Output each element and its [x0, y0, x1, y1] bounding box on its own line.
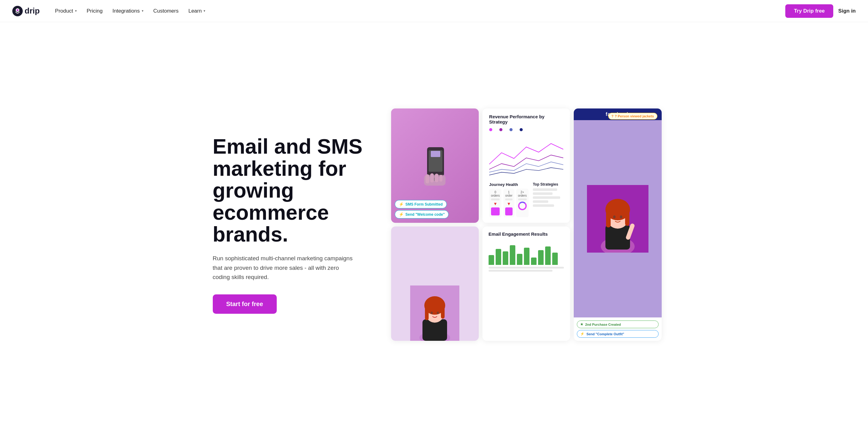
journey-health: Journey Health 0 orders ▼ 1 order ▼	[489, 182, 529, 217]
sms-tag-1: ⚡ SMS Form Submitted	[395, 200, 447, 208]
bolt-icon: ⚡	[399, 212, 404, 217]
svg-rect-10	[435, 174, 438, 182]
hero-dashboard: ⚡ SMS Form Submitted ⚡ Send "Welcome cod…	[391, 108, 662, 341]
svg-rect-27	[425, 305, 429, 320]
legend-item-4	[520, 128, 524, 131]
bolt-icon: ⚡	[399, 202, 404, 206]
facebook-person-image	[574, 120, 661, 318]
nav-pricing[interactable]: Pricing	[83, 5, 107, 17]
eng-bar-3	[503, 251, 508, 265]
fb-tag-purchase: ★ 2nd Purchase Created	[577, 321, 658, 328]
svg-rect-8	[426, 174, 429, 184]
nav-right: Try Drip free Sign in	[785, 4, 856, 18]
svg-rect-9	[430, 173, 434, 183]
facebook-tags: ★ 2nd Purchase Created ⚡ Send "Complete …	[574, 318, 661, 341]
svg-rect-17	[606, 209, 611, 227]
logo-icon	[12, 6, 23, 16]
logo[interactable]: drip	[12, 6, 40, 16]
nav-learn[interactable]: Learn ▾	[184, 5, 210, 17]
fb-tag-outfit: ⚡ Send "Complete Outfit"	[577, 330, 658, 338]
try-drip-button[interactable]: Try Drip free	[785, 4, 833, 18]
bolt-icon: ⚡	[580, 332, 585, 336]
hero-headline: Email and SMS marketing for growing ecom…	[213, 135, 373, 245]
bottom-row: Journey Health 0 orders ▼ 1 order ▼	[489, 182, 563, 217]
nav-customers[interactable]: Customers	[149, 5, 183, 17]
legend-item-1	[489, 128, 494, 131]
eng-bar-9	[545, 247, 551, 265]
journey-col-2orders: 2+ orders	[516, 189, 529, 217]
eng-bar-10	[552, 253, 558, 265]
svg-rect-18	[625, 209, 629, 226]
engagement-xaxis	[489, 267, 564, 272]
nav-integrations[interactable]: Integrations ▾	[108, 5, 148, 17]
chart-legend	[489, 128, 563, 131]
engagement-title: Email Engagement Results	[489, 231, 564, 237]
email-engagement-card: Email Engagement Results	[483, 226, 570, 341]
journey-label-1: 1 order	[505, 191, 512, 197]
strategy-line-4	[533, 200, 548, 203]
facebook-card: ? ? Person viewed jackets facebook	[574, 108, 661, 341]
eng-bar-7	[531, 258, 536, 265]
svg-point-19	[613, 216, 616, 219]
person-card-bl	[391, 226, 479, 341]
nav-links: Product ▾ Pricing Integrations ▾ Custome…	[51, 5, 785, 17]
eng-bar-5	[517, 254, 522, 265]
journey-columns: 0 orders ▼ 1 order ▼ 2+ orders	[489, 189, 529, 217]
eng-bar-6	[524, 248, 529, 265]
strategy-line-5	[533, 204, 554, 207]
chevron-down-icon: ▾	[75, 9, 77, 13]
journey-label-2: 2+ orders	[518, 191, 527, 197]
start-free-button[interactable]: Start for free	[213, 294, 277, 314]
star-icon: ★	[580, 322, 583, 326]
donut-chart	[518, 202, 527, 210]
logo-text: drip	[25, 6, 40, 16]
svg-rect-28	[441, 305, 444, 319]
eng-bar-8	[538, 250, 544, 265]
journey-col-1order: 1 order ▼	[503, 189, 514, 217]
strategy-line-1	[533, 188, 557, 191]
svg-point-29	[431, 312, 433, 314]
legend-item-3	[509, 128, 514, 131]
eng-bar-2	[496, 249, 501, 265]
sign-in-button[interactable]: Sign in	[838, 8, 856, 14]
svg-point-2	[17, 9, 19, 11]
revenue-card: Revenue Performance by Strategy Journey …	[483, 108, 570, 223]
top-strategies: Top Strategies	[533, 182, 563, 217]
sms-overlay: ⚡ SMS Form Submitted ⚡ Send "Welcome cod…	[391, 200, 479, 219]
sms-tag-2: ⚡ Send "Welcome code"	[395, 210, 449, 219]
svg-point-30	[437, 312, 439, 314]
phone-card: ⚡ SMS Form Submitted ⚡ Send "Welcome cod…	[391, 108, 479, 223]
journey-bar-0	[491, 207, 500, 216]
strategy-line-2	[533, 192, 553, 195]
eng-bar-4	[510, 245, 515, 265]
revenue-title: Revenue Performance by Strategy	[489, 114, 563, 125]
journey-label-0: 0 orders	[491, 191, 500, 197]
navbar: drip Product ▾ Pricing Integrations ▾ Cu…	[0, 0, 868, 22]
hero-subtext: Run sophisticated multi-channel marketin…	[213, 254, 354, 282]
eng-bar-1	[489, 255, 494, 265]
journey-bar-1	[505, 207, 512, 216]
strategy-line-3	[533, 196, 560, 199]
hero-section: Email and SMS marketing for growing ecom…	[188, 22, 680, 421]
journey-col-0orders: 0 orders ▼	[489, 189, 501, 217]
person-viewed-tag: ? ? Person viewed jackets	[608, 113, 657, 120]
chevron-down-icon: ▾	[142, 9, 144, 13]
question-icon: ?	[612, 114, 614, 118]
svg-rect-11	[439, 175, 442, 182]
svg-rect-5	[431, 151, 440, 157]
journey-health-title: Journey Health	[489, 182, 529, 187]
hero-left: Email and SMS marketing for growing ecom…	[213, 135, 373, 314]
revenue-chart	[489, 135, 563, 180]
nav-product[interactable]: Product ▾	[51, 5, 81, 17]
svg-point-20	[620, 216, 622, 219]
legend-item-2	[499, 128, 504, 131]
top-strategies-title: Top Strategies	[533, 182, 563, 187]
chevron-down-icon: ▾	[204, 9, 206, 13]
engagement-bars	[489, 240, 564, 265]
